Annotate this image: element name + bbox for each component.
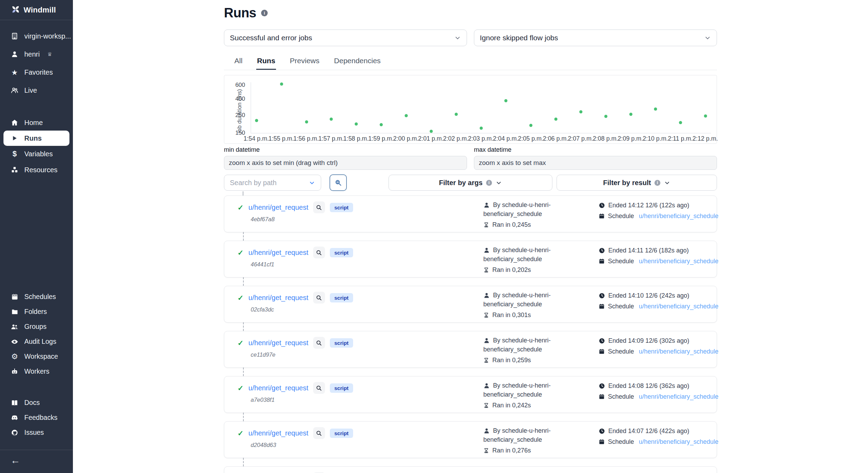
run-row[interactable]: ✓ u/henri/get_request script d2048d63 By…: [224, 421, 717, 458]
chart-y-tick: 400: [235, 96, 245, 102]
sidebar-item-docs[interactable]: Docs: [0, 395, 73, 410]
sidebar-item-workspace[interactable]: ⚙ Workspace: [0, 349, 73, 364]
feedbacks-label: Feedbacks: [24, 414, 57, 422]
collapse-sidebar-button[interactable]: ←: [10, 455, 20, 466]
script-badge: script: [330, 293, 353, 302]
run-path-link[interactable]: u/henri/get_request: [249, 294, 308, 302]
sidebar-item-home[interactable]: Home: [0, 115, 73, 131]
chart-data-point[interactable]: [554, 117, 558, 121]
sidebar-item-workspace-switcher[interactable]: virgin-worksp...: [0, 27, 73, 45]
sidebar-item-live[interactable]: Live: [0, 81, 73, 99]
calendar-icon: [599, 348, 605, 355]
play-icon: [10, 135, 19, 142]
sidebar-item-folders[interactable]: Folders: [0, 304, 73, 319]
inspect-run-button[interactable]: [313, 427, 325, 439]
run-row[interactable]: ✓ u/henri/get_request script 02cfa3dc By…: [224, 286, 717, 323]
run-path-link[interactable]: u/henri/get_request: [249, 204, 308, 211]
chart-data-point[interactable]: [404, 114, 408, 117]
max-datetime-input[interactable]: [474, 156, 717, 170]
chart-data-point[interactable]: [704, 115, 707, 118]
user-icon: [10, 50, 19, 58]
chart-data-point[interactable]: [529, 124, 533, 127]
run-row[interactable]: ✓ u/henri/get_request script ce11d97e By…: [224, 331, 717, 368]
inspect-run-button[interactable]: [313, 382, 325, 394]
chart-data-point[interactable]: [579, 110, 582, 114]
sidebar-item-schedules[interactable]: Schedules: [0, 289, 73, 304]
tab-all[interactable]: All: [234, 54, 243, 70]
job-duration-chart[interactable]: job duration (ms) 600400250150 1:54 p.m.…: [224, 75, 717, 144]
inspect-run-button[interactable]: [313, 292, 325, 304]
run-path-link[interactable]: u/henri/get_request: [249, 384, 308, 392]
chart-x-tick: 2:01 p.m.: [418, 135, 443, 142]
chart-data-point[interactable]: [629, 113, 632, 116]
sidebar-item-runs[interactable]: Runs: [3, 131, 69, 146]
filter-by-args-button[interactable]: Filter by args i: [389, 175, 552, 191]
sidebar-item-variables[interactable]: $ Variables: [0, 146, 73, 162]
resources-label: Resources: [24, 166, 58, 174]
zoom-out-button[interactable]: [329, 174, 347, 191]
run-duration: Ran in 0,242s: [492, 401, 531, 410]
chart-data-point[interactable]: [255, 119, 258, 122]
run-path-link[interactable]: u/henri/get_request: [249, 249, 308, 257]
chart-data-point[interactable]: [380, 123, 383, 126]
chart-data-point[interactable]: [429, 130, 433, 133]
sidebar-item-groups[interactable]: Groups: [0, 319, 73, 334]
run-ended-at: Ended 14:11 12/6 (182s ago): [608, 246, 689, 255]
chart-data-point[interactable]: [504, 99, 508, 102]
run-row[interactable]: ✓ u/henri/get_request script 4ebf67a8 By…: [224, 196, 717, 232]
chart-plot[interactable]: [251, 82, 711, 133]
inspect-run-button[interactable]: [313, 247, 325, 258]
skipped-jobs-select[interactable]: Ignore skipped flow jobs: [474, 30, 717, 46]
brand[interactable]: Windmill: [0, 0, 73, 20]
tab-previews[interactable]: Previews: [289, 54, 320, 70]
chart-data-point[interactable]: [280, 82, 283, 85]
title-info-icon[interactable]: i: [261, 10, 268, 16]
job-status-select[interactable]: Successful and error jobs: [224, 30, 467, 46]
chart-data-point[interactable]: [654, 107, 657, 110]
chart-data-point[interactable]: [305, 120, 308, 123]
run-triggered-by-line2: beneficiary_schedule: [483, 390, 551, 399]
search-by-path-select[interactable]: Search by path: [224, 175, 321, 191]
hourglass-icon: [483, 447, 489, 454]
sidebar-item-favorites[interactable]: ★ Favorites: [0, 63, 73, 81]
run-path-link[interactable]: u/henri/get_request: [249, 339, 308, 347]
run-ended-at: Ended 14:07 12/6 (422s ago): [608, 426, 689, 435]
run-duration: Ran in 0,276s: [492, 446, 531, 455]
sidebar-item-issues[interactable]: Issues: [0, 425, 73, 440]
chart-data-point[interactable]: [679, 121, 682, 124]
run-schedule-link[interactable]: u/henri/beneficiary_schedule: [639, 257, 718, 266]
sidebar-item-audit-logs[interactable]: Audit Logs: [0, 334, 73, 349]
chevron-down-icon: [704, 34, 711, 41]
sidebar-item-feedbacks[interactable]: Feedbacks: [0, 410, 73, 425]
run-schedule-link[interactable]: u/henri/beneficiary_schedule: [639, 302, 718, 311]
chart-data-point[interactable]: [330, 117, 333, 121]
sidebar-item-user[interactable]: henri ♕: [0, 45, 73, 63]
sidebar-item-resources[interactable]: Resources: [0, 162, 73, 178]
run-schedule-link[interactable]: u/henri/beneficiary_schedule: [639, 437, 718, 446]
run-schedule-link[interactable]: u/henri/beneficiary_schedule: [639, 211, 718, 221]
brand-name: Windmill: [24, 6, 56, 15]
chart-data-point[interactable]: [355, 122, 358, 125]
chart-data-point[interactable]: [479, 127, 483, 130]
sidebar-item-workers[interactable]: Workers: [0, 364, 73, 379]
run-path-link[interactable]: u/henri/get_request: [249, 429, 308, 437]
run-row[interactable]: ✓ u/henri/get_request script By schedule…: [224, 466, 717, 473]
run-schedule-link[interactable]: u/henri/beneficiary_schedule: [639, 347, 718, 356]
magnifier-icon: [316, 294, 322, 301]
tab-dependencies[interactable]: Dependencies: [333, 54, 381, 70]
script-badge: script: [330, 338, 353, 348]
filter-by-result-button[interactable]: Filter by result i: [557, 175, 717, 191]
chart-x-tick: 2:10 p.m.: [643, 135, 668, 142]
run-ended-at: Ended 14:10 12/6 (242s ago): [608, 291, 689, 300]
min-datetime-input[interactable]: [224, 156, 467, 170]
tab-runs[interactable]: Runs: [256, 54, 276, 70]
run-row[interactable]: ✓ u/henri/get_request script a7e038f1 By…: [224, 376, 717, 413]
calendar-icon: [10, 293, 19, 300]
inspect-run-button[interactable]: [313, 337, 325, 349]
chart-data-point[interactable]: [604, 115, 607, 118]
run-row[interactable]: ✓ u/henri/get_request script 46441cf1 By…: [224, 241, 717, 277]
book-icon: [10, 399, 19, 407]
run-schedule-link[interactable]: u/henri/beneficiary_schedule: [639, 392, 718, 401]
inspect-run-button[interactable]: [313, 201, 325, 213]
chart-data-point[interactable]: [454, 113, 458, 116]
